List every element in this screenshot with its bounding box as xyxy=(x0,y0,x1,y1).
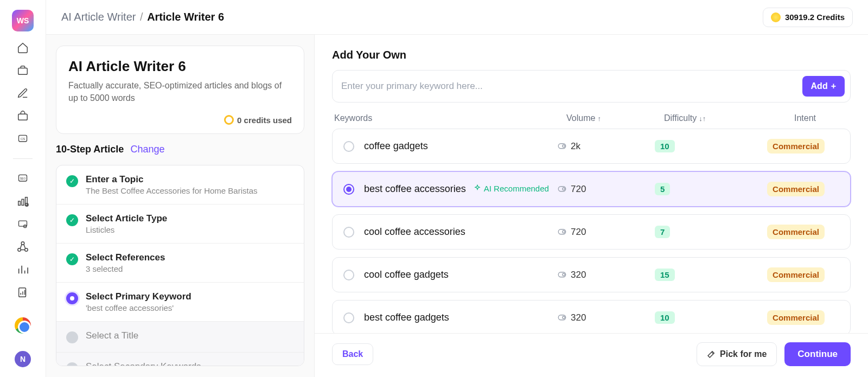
tool-card: AI Article Writer 6 Factually accurate, … xyxy=(56,46,304,134)
ai-recommended-badge: AI Recommended xyxy=(474,184,549,193)
svg-rect-6 xyxy=(18,201,21,205)
bag-icon[interactable] xyxy=(16,110,29,123)
col-intent[interactable]: Intent xyxy=(762,113,848,123)
radio-button[interactable] xyxy=(343,227,354,238)
step-title: Select Secondary Keywords xyxy=(86,361,201,366)
step-item[interactable]: ✓Select Article TypeListicles xyxy=(56,205,304,244)
analytics-icon[interactable] xyxy=(16,195,29,208)
breadcrumb-current: Article Writer 6 xyxy=(147,11,224,23)
intent-cell: Commercial xyxy=(752,182,839,196)
step-title: Select a Title xyxy=(86,330,138,341)
tool-subtitle: Factually accurate, SEO-optimized articl… xyxy=(68,79,292,104)
col-keywords[interactable]: Keywords xyxy=(334,113,566,123)
left-panel: AI Article Writer 6 Factually accurate, … xyxy=(46,35,315,377)
svg-point-21 xyxy=(563,231,565,233)
sort-asc-icon: ↑ xyxy=(597,114,601,123)
keyword-input[interactable] xyxy=(341,81,796,92)
continue-button[interactable]: Continue xyxy=(784,342,851,366)
step-item[interactable]: ✓Select References3 selected xyxy=(56,244,304,283)
search-volume-icon xyxy=(557,142,567,151)
back-button[interactable]: Back xyxy=(332,343,373,365)
keyword-row[interactable]: best coffee gadgets32010Commercial xyxy=(332,300,851,333)
step-subtitle: 'best coffee accessories' xyxy=(86,303,192,312)
step-item[interactable]: ✓Enter a TopicThe Best Coffee Accessorie… xyxy=(56,165,304,205)
radio-button[interactable] xyxy=(343,270,354,280)
step-item[interactable]: Select a Title xyxy=(56,322,304,353)
steps-header: 10-Step Article Change xyxy=(56,144,304,155)
steps-title: 10-Step Article xyxy=(56,144,124,155)
keyword-row[interactable]: coffee gadgets2k10Commercial xyxy=(332,129,851,164)
col-volume[interactable]: Volume ↑ xyxy=(566,113,664,123)
step-subtitle: The Best Coffee Accessories for Home Bar… xyxy=(86,186,258,195)
chrome-icon[interactable] xyxy=(15,317,31,334)
col-difficulty[interactable]: Difficulty ↓↑ xyxy=(664,113,762,123)
svg-point-25 xyxy=(563,316,565,319)
step-title: Enter a Topic xyxy=(86,174,258,185)
intent-cell: Commercial xyxy=(752,139,839,154)
difficulty-cell: 15 xyxy=(655,269,752,281)
credits-pill[interactable]: 30919.2 Credits xyxy=(763,8,853,27)
media-icon[interactable] xyxy=(16,218,29,231)
step-title: Select Article Type xyxy=(86,213,167,224)
briefcase-icon[interactable] xyxy=(16,64,29,77)
cs-icon[interactable]: CS xyxy=(16,132,29,145)
intent-cell: Commercial xyxy=(752,310,839,325)
keyword-name: cool coffee accessories xyxy=(364,226,557,238)
step-item[interactable]: Select Secondary Keywords xyxy=(56,353,304,366)
pending-dot-icon xyxy=(66,331,78,343)
intent-cell: Commercial xyxy=(752,225,839,239)
breadcrumb: AI Article Writer / Article Writer 6 xyxy=(61,11,224,23)
volume-cell: 320 xyxy=(557,270,655,280)
coin-icon xyxy=(771,12,781,22)
plus-icon: + xyxy=(831,81,836,91)
svg-rect-0 xyxy=(18,68,28,74)
radio-button[interactable] xyxy=(343,184,354,195)
search-volume-icon xyxy=(557,227,567,237)
bars-icon[interactable] xyxy=(16,263,29,276)
report-icon[interactable] xyxy=(16,286,29,299)
keyword-name: best coffee gadgets xyxy=(364,312,557,323)
right-panel: Add Your Own Add + Keywords Volume ↑ xyxy=(315,35,868,377)
step-subtitle: 3 selected xyxy=(86,264,165,273)
active-dot-icon xyxy=(66,292,78,304)
keyword-row[interactable]: cool coffee accessories7207Commercial xyxy=(332,214,851,250)
volume-cell: 2k xyxy=(557,141,655,152)
svg-text:CS: CS xyxy=(21,137,25,140)
add-button[interactable]: Add + xyxy=(802,76,845,97)
seo-icon[interactable]: SEO xyxy=(16,172,29,185)
keyword-rows: coffee gadgets2k10Commercialbest coffee … xyxy=(332,129,851,333)
breadcrumb-separator: / xyxy=(140,11,143,23)
change-link[interactable]: Change xyxy=(130,144,164,155)
home-icon[interactable] xyxy=(16,41,29,54)
breadcrumb-parent[interactable]: AI Article Writer xyxy=(61,11,136,23)
credits-used: 0 credits used xyxy=(68,115,292,125)
step-item[interactable]: Select Primary Keyword'best coffee acces… xyxy=(56,283,304,322)
user-avatar[interactable]: N xyxy=(15,351,31,367)
svg-point-19 xyxy=(563,188,565,190)
nav-divider xyxy=(13,158,33,159)
radio-button[interactable] xyxy=(343,312,354,323)
keyword-name: coffee gadgets xyxy=(364,140,557,152)
keyword-row[interactable]: best coffee accessoriesAI Recommended720… xyxy=(332,171,851,207)
steps-list: ✓Enter a TopicThe Best Coffee Accessorie… xyxy=(56,165,304,366)
keyword-row[interactable]: cool coffee gadgets32015Commercial xyxy=(332,257,851,292)
app-logo[interactable]: WS xyxy=(12,10,34,31)
keyword-name: cool coffee gadgets xyxy=(364,269,557,280)
credits-value: 30919.2 Credits xyxy=(785,12,845,22)
edit-icon[interactable] xyxy=(16,87,29,100)
svg-rect-7 xyxy=(22,199,24,205)
volume-cell: 720 xyxy=(557,227,655,238)
intent-cell: Commercial xyxy=(752,267,839,282)
topbar: AI Article Writer / Article Writer 6 309… xyxy=(46,0,868,35)
footer: Back Pick for me Continue xyxy=(315,333,868,377)
svg-point-23 xyxy=(563,273,565,276)
svg-text:SEO: SEO xyxy=(20,177,26,180)
step-subtitle: Listicles xyxy=(86,225,167,234)
tool-title: AI Article Writer 6 xyxy=(68,58,292,75)
radio-button[interactable] xyxy=(343,141,354,152)
volume-cell: 720 xyxy=(557,184,655,195)
volume-cell: 320 xyxy=(557,312,655,323)
pick-for-me-button[interactable]: Pick for me xyxy=(697,342,777,366)
network-icon[interactable] xyxy=(16,240,29,253)
difficulty-cell: 10 xyxy=(655,140,752,152)
